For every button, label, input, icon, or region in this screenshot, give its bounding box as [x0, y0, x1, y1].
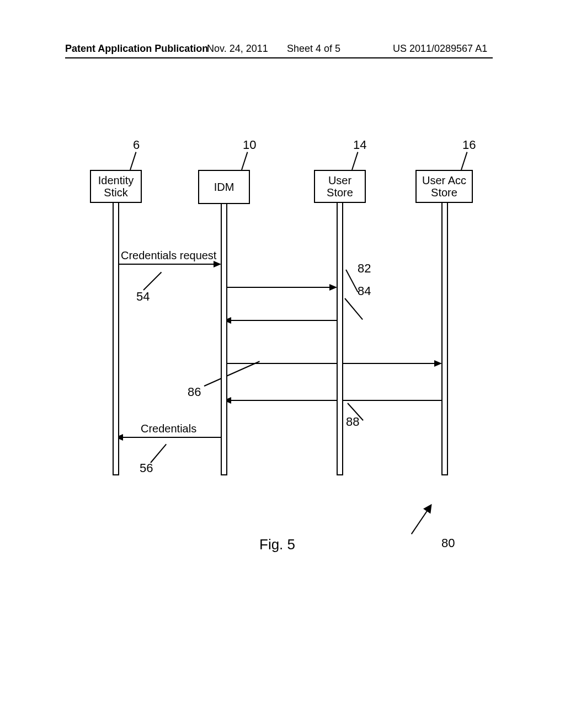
lifeline-identity-stick [113, 200, 119, 475]
lifeline-user-store [337, 200, 343, 475]
participant-label-line2: Stick [104, 186, 127, 199]
leader-line [204, 361, 260, 387]
lifeline-idm [221, 200, 227, 475]
leader-line [150, 444, 167, 463]
leader-line [351, 152, 358, 170]
participant-identity-stick: Identity Stick [90, 170, 142, 203]
participant-user-acc-store: User Acc Store [415, 170, 473, 203]
participant-label-line2: Store [431, 186, 457, 199]
participant-label-line1: Identity [98, 174, 134, 186]
participant-box: User Store [314, 170, 366, 203]
participant-user-store: User Store [314, 170, 366, 203]
participant-label: IDM [214, 181, 234, 193]
leader-line [143, 272, 162, 291]
msg-ref-82: 82 [358, 261, 371, 276]
leader-line [461, 152, 467, 170]
participant-label-line1: User [328, 174, 351, 186]
msg-label: Credentials [141, 422, 196, 435]
hdr-publication: Patent Application Publication [65, 43, 208, 55]
participant-ref-10: 10 [243, 138, 256, 152]
leader-line [344, 298, 363, 320]
participant-label-line1: User Acc [422, 174, 466, 186]
lifeline-user-acc-store [441, 200, 448, 475]
hdr-date: Nov. 24, 2011 [207, 43, 268, 55]
participant-box: User Acc Store [415, 170, 473, 203]
figure-pointer-ref: 80 [441, 536, 455, 550]
participant-idm: IDM [198, 170, 250, 204]
msg-ref-84: 84 [358, 284, 371, 298]
header-rule [65, 57, 493, 58]
hdr-sheet: Sheet 4 of 5 [287, 43, 340, 55]
msg-ref-86: 86 [188, 385, 201, 399]
participant-box: IDM [198, 170, 250, 204]
participant-label-line2: Store [327, 186, 353, 199]
participant-ref-14: 14 [353, 138, 366, 152]
leader-line [345, 270, 358, 293]
figure-label: Fig. 5 [259, 536, 295, 553]
msg-ref-88: 88 [346, 415, 359, 429]
leader-line [241, 152, 248, 170]
sequence-diagram: Identity Stick 6 IDM 10 User Store 14 Us… [86, 154, 477, 507]
msg-label: Credentials request [121, 249, 216, 262]
msg-ref-56: 56 [140, 461, 153, 475]
hdr-pubnumber: US 2011/0289567 A1 [393, 43, 487, 55]
participant-ref-16: 16 [462, 138, 476, 152]
participant-box: Identity Stick [90, 170, 142, 203]
participant-ref-6: 6 [133, 138, 140, 152]
leader-line [130, 152, 136, 170]
msg-ref-54: 54 [136, 290, 150, 304]
figure-pointer-arrow [411, 508, 429, 534]
